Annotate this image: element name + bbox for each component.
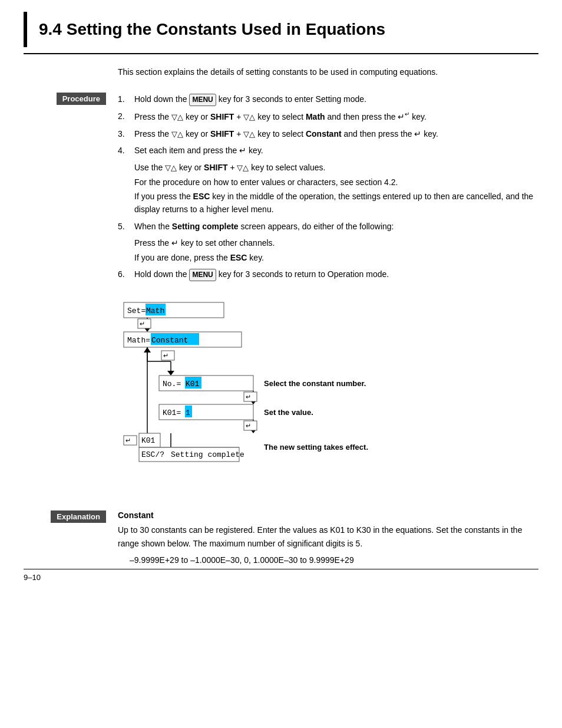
svg-marker-39 — [144, 347, 151, 353]
svg-text:↵: ↵ — [163, 352, 168, 359]
flow-diagram: Set= Math ↵ Math= Constant — [118, 297, 448, 497]
svg-text:Constant: Constant — [151, 336, 188, 345]
page-container: 9.4 Setting the Constants Used in Equati… — [0, 0, 562, 594]
explanation-block: Explanation Constant Up to 30 constants … — [24, 510, 538, 570]
page-title: 9.4 Setting the Constants Used in Equati… — [39, 20, 385, 39]
step-1: 1. Hold down the MENU key for 3 seconds … — [118, 93, 538, 106]
explanation-range: –9.9999E+29 to –1.0000E–30, 0, 1.0000E–3… — [130, 554, 538, 566]
step-1-num: 1. — [118, 93, 134, 106]
steps-list: 1. Hold down the MENU key for 3 seconds … — [118, 93, 538, 157]
step-4: 4. Set each item and press the ↵ key. — [118, 144, 538, 157]
svg-text:↵: ↵ — [246, 422, 251, 429]
svg-text:Set the value.: Set the value. — [264, 408, 313, 417]
svg-text:Setting complete: Setting complete — [171, 450, 244, 459]
step-2-num: 2. — [118, 110, 134, 123]
svg-text:Select the constant number.: Select the constant number. — [264, 379, 366, 388]
explanation-content: Constant Up to 30 constants can be regis… — [118, 510, 538, 566]
svg-text:No.=: No.= — [163, 380, 181, 388]
title-section: 9.4 Setting the Constants Used in Equati… — [24, 12, 538, 54]
step-5-sub1: Press the ↵ key to set other channels. — [134, 236, 538, 249]
step-4-num: 4. — [118, 144, 134, 157]
procedure-content: 1. Hold down the MENU key for 3 seconds … — [118, 93, 538, 281]
step-5-sub2: If you are done, press the ESC key. — [134, 251, 538, 264]
step-5-text: When the Setting complete screen appears… — [134, 220, 538, 233]
step-2: 2. Press the ▽△ key or SHIFT + ▽△ key to… — [118, 110, 538, 123]
menu-key-6: MENU — [189, 269, 216, 281]
step-4-text: Set each item and press the ↵ key. — [134, 144, 538, 157]
step-4-sub1: Use the ▽△ key or SHIFT + ▽△ key to sele… — [134, 161, 538, 174]
step-2-text: Press the ▽△ key or SHIFT + ▽△ key to se… — [134, 110, 538, 123]
step-5: 5. When the Setting complete screen appe… — [118, 220, 538, 233]
step-6-num: 6. — [118, 268, 134, 281]
svg-text:ESC/?: ESC/? — [141, 450, 164, 459]
explanation-para1: Up to 30 constants can be registered. En… — [118, 523, 538, 550]
steps-list-3: 6. Hold down the MENU key for 3 seconds … — [118, 268, 538, 281]
step-1-text: Hold down the MENU key for 3 seconds to … — [134, 93, 538, 106]
page-footer: 9–10 — [24, 569, 538, 582]
procedure-block: Procedure 1. Hold down the MENU key for … — [24, 93, 538, 285]
svg-text:K01: K01 — [186, 380, 200, 388]
step-3: 3. Press the ▽△ key or SHIFT + ▽△ key to… — [118, 127, 538, 141]
svg-text:↵: ↵ — [125, 437, 131, 444]
step-6: 6. Hold down the MENU key for 3 seconds … — [118, 268, 538, 281]
svg-text:The new setting takes effect.: The new setting takes effect. — [264, 443, 368, 452]
step-4-sub2: For the procedure on how to enter values… — [134, 176, 538, 189]
svg-marker-15 — [167, 371, 174, 375]
svg-text:Math: Math — [146, 307, 164, 315]
step-4-sub3: If you press the ESC key in the middle o… — [134, 190, 538, 216]
menu-key-1: MENU — [189, 94, 216, 106]
explanation-label-col: Explanation — [24, 510, 112, 530]
procedure-label: Procedure — [57, 93, 106, 105]
explanation-label: Explanation — [51, 510, 106, 523]
diagram-area: Set= Math ↵ Math= Constant — [118, 297, 538, 499]
footer-page-number: 9–10 — [24, 573, 41, 582]
svg-text:Math=: Math= — [127, 336, 150, 345]
svg-text:K01: K01 — [141, 436, 156, 445]
svg-text:K01=: K01= — [163, 409, 181, 417]
steps-list-2: 5. When the Setting complete screen appe… — [118, 220, 538, 233]
intro-text: This section explains the details of set… — [118, 66, 538, 78]
title-bar — [24, 12, 27, 47]
step-6-text: Hold down the MENU key for 3 seconds to … — [134, 268, 538, 281]
procedure-label-col: Procedure — [24, 93, 112, 112]
svg-text:Set=: Set= — [127, 307, 146, 315]
svg-text:↵: ↵ — [140, 320, 145, 327]
step-5-num: 5. — [118, 220, 134, 233]
svg-text:1: 1 — [186, 409, 190, 417]
explanation-heading: Constant — [118, 510, 538, 520]
svg-text:↵: ↵ — [246, 393, 251, 400]
step-3-num: 3. — [118, 127, 134, 140]
step-3-text: Press the ▽△ key or SHIFT + ▽△ key to se… — [134, 127, 538, 141]
nabla-delta-2: ▽△ — [171, 113, 183, 121]
